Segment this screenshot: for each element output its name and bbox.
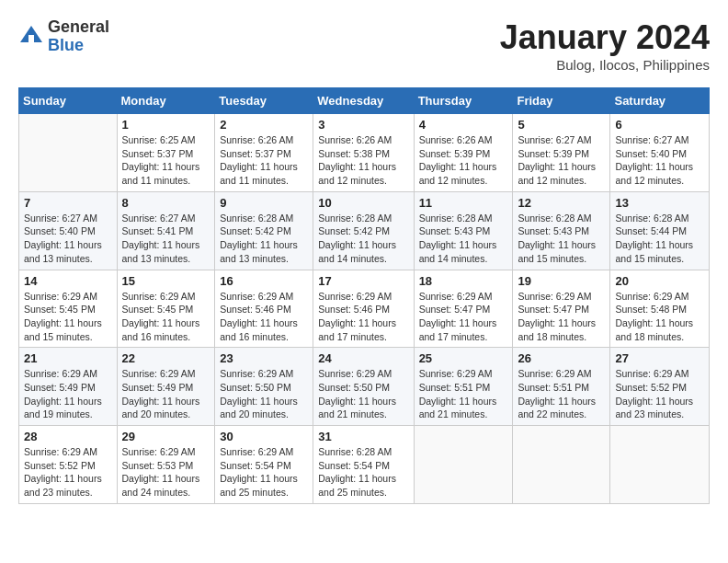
- day-number: 7: [24, 196, 112, 210]
- day-info: Sunrise: 6:29 AMSunset: 5:46 PMDaylight:…: [220, 290, 308, 344]
- day-info: Sunrise: 6:28 AMSunset: 5:43 PMDaylight:…: [419, 212, 508, 266]
- day-number: 31: [318, 430, 408, 443]
- day-info: Sunrise: 6:26 AMSunset: 5:39 PMDaylight:…: [419, 133, 508, 188]
- calendar-cell: 18Sunrise: 6:29 AMSunset: 5:47 PMDayligh…: [414, 270, 513, 348]
- week-row-2: 14Sunrise: 6:29 AMSunset: 5:45 PMDayligh…: [19, 270, 710, 348]
- day-number: 18: [419, 274, 508, 288]
- calendar-cell: [513, 426, 610, 504]
- day-info: Sunrise: 6:29 AMSunset: 5:49 PMDaylight:…: [24, 367, 112, 421]
- day-number: 27: [615, 351, 704, 365]
- location: Bulog, Ilocos, Philippines: [500, 57, 710, 73]
- day-info: Sunrise: 6:26 AMSunset: 5:38 PMDaylight:…: [318, 133, 408, 188]
- logo: General Blue: [18, 18, 109, 55]
- calendar-cell: [610, 426, 710, 504]
- calendar-cell: 27Sunrise: 6:29 AMSunset: 5:52 PMDayligh…: [610, 348, 710, 426]
- calendar-cell: 30Sunrise: 6:29 AMSunset: 5:54 PMDayligh…: [215, 426, 313, 504]
- day-number: 4: [419, 118, 508, 132]
- calendar-cell: 29Sunrise: 6:29 AMSunset: 5:53 PMDayligh…: [117, 426, 215, 504]
- day-number: 9: [220, 196, 308, 210]
- calendar-cell: 23Sunrise: 6:29 AMSunset: 5:50 PMDayligh…: [215, 348, 313, 426]
- day-info: Sunrise: 6:29 AMSunset: 5:49 PMDaylight:…: [122, 367, 210, 421]
- calendar-cell: 13Sunrise: 6:28 AMSunset: 5:44 PMDayligh…: [610, 191, 710, 270]
- day-info: Sunrise: 6:26 AMSunset: 5:37 PMDaylight:…: [220, 133, 308, 188]
- header-row: SundayMondayTuesdayWednesdayThursdayFrid…: [19, 88, 710, 114]
- header-cell-saturday: Saturday: [610, 88, 710, 114]
- day-info: Sunrise: 6:27 AMSunset: 5:40 PMDaylight:…: [615, 133, 704, 188]
- day-info: Sunrise: 6:29 AMSunset: 5:52 PMDaylight:…: [615, 367, 704, 421]
- day-number: 28: [24, 430, 112, 443]
- day-info: Sunrise: 6:28 AMSunset: 5:42 PMDaylight:…: [220, 212, 308, 266]
- day-info: Sunrise: 6:29 AMSunset: 5:53 PMDaylight:…: [122, 445, 210, 500]
- title-block: January 2024 Bulog, Ilocos, Philippines: [500, 18, 710, 73]
- day-info: Sunrise: 6:29 AMSunset: 5:48 PMDaylight:…: [615, 290, 704, 344]
- day-number: 13: [615, 196, 704, 210]
- day-info: Sunrise: 6:29 AMSunset: 5:50 PMDaylight:…: [318, 367, 408, 421]
- calendar-cell: 19Sunrise: 6:29 AMSunset: 5:47 PMDayligh…: [513, 270, 610, 348]
- page-header: General Blue January 2024 Bulog, Ilocos,…: [18, 18, 710, 73]
- calendar-cell: 25Sunrise: 6:29 AMSunset: 5:51 PMDayligh…: [414, 348, 513, 426]
- day-info: Sunrise: 6:28 AMSunset: 5:42 PMDaylight:…: [318, 212, 408, 266]
- day-number: 8: [122, 196, 210, 210]
- calendar-cell: 26Sunrise: 6:29 AMSunset: 5:51 PMDayligh…: [513, 348, 610, 426]
- calendar-cell: 22Sunrise: 6:29 AMSunset: 5:49 PMDayligh…: [117, 348, 215, 426]
- calendar-cell: 12Sunrise: 6:28 AMSunset: 5:43 PMDayligh…: [513, 191, 610, 270]
- day-number: 29: [122, 430, 210, 443]
- day-number: 10: [318, 196, 408, 210]
- day-info: Sunrise: 6:29 AMSunset: 5:52 PMDaylight:…: [24, 445, 112, 500]
- calendar-cell: 31Sunrise: 6:28 AMSunset: 5:54 PMDayligh…: [313, 426, 414, 504]
- day-number: 30: [220, 430, 308, 443]
- logo-text: General Blue: [48, 18, 109, 55]
- header-cell-thursday: Thursday: [414, 88, 513, 114]
- day-info: Sunrise: 6:29 AMSunset: 5:46 PMDaylight:…: [318, 290, 408, 344]
- calendar-table: SundayMondayTuesdayWednesdayThursdayFrid…: [18, 87, 710, 504]
- calendar-cell: 7Sunrise: 6:27 AMSunset: 5:40 PMDaylight…: [19, 191, 118, 270]
- day-number: 6: [615, 118, 704, 132]
- calendar-cell: 8Sunrise: 6:27 AMSunset: 5:41 PMDaylight…: [117, 191, 215, 270]
- calendar-cell: 15Sunrise: 6:29 AMSunset: 5:45 PMDayligh…: [117, 270, 215, 348]
- calendar-cell: 5Sunrise: 6:27 AMSunset: 5:39 PMDaylight…: [513, 114, 610, 192]
- day-info: Sunrise: 6:29 AMSunset: 5:51 PMDaylight:…: [518, 367, 605, 421]
- calendar-cell: [414, 426, 513, 504]
- day-info: Sunrise: 6:27 AMSunset: 5:41 PMDaylight:…: [122, 212, 210, 266]
- day-info: Sunrise: 6:27 AMSunset: 5:39 PMDaylight:…: [518, 133, 605, 188]
- logo-icon: [18, 24, 44, 50]
- calendar-cell: 1Sunrise: 6:25 AMSunset: 5:37 PMDaylight…: [117, 114, 215, 192]
- calendar-cell: [19, 114, 118, 192]
- calendar-cell: 4Sunrise: 6:26 AMSunset: 5:39 PMDaylight…: [414, 114, 513, 192]
- day-info: Sunrise: 6:29 AMSunset: 5:45 PMDaylight:…: [122, 290, 210, 344]
- day-number: 11: [419, 196, 508, 210]
- day-info: Sunrise: 6:29 AMSunset: 5:45 PMDaylight:…: [24, 290, 112, 344]
- calendar-cell: 6Sunrise: 6:27 AMSunset: 5:40 PMDaylight…: [610, 114, 710, 192]
- day-number: 19: [518, 274, 605, 288]
- calendar-cell: 21Sunrise: 6:29 AMSunset: 5:49 PMDayligh…: [19, 348, 118, 426]
- day-info: Sunrise: 6:28 AMSunset: 5:54 PMDaylight:…: [318, 445, 408, 500]
- calendar-header: SundayMondayTuesdayWednesdayThursdayFrid…: [19, 88, 710, 114]
- day-number: 12: [518, 196, 605, 210]
- day-number: 23: [220, 351, 308, 365]
- header-cell-monday: Monday: [117, 88, 215, 114]
- svg-rect-1: [28, 35, 34, 42]
- day-info: Sunrise: 6:27 AMSunset: 5:40 PMDaylight:…: [24, 212, 112, 266]
- day-number: 14: [24, 274, 112, 288]
- calendar-cell: 11Sunrise: 6:28 AMSunset: 5:43 PMDayligh…: [414, 191, 513, 270]
- calendar-body: 1Sunrise: 6:25 AMSunset: 5:37 PMDaylight…: [19, 114, 710, 504]
- day-number: 16: [220, 274, 308, 288]
- logo-blue: Blue: [48, 37, 109, 55]
- day-number: 24: [318, 351, 408, 365]
- calendar-cell: 3Sunrise: 6:26 AMSunset: 5:38 PMDaylight…: [313, 114, 414, 192]
- day-info: Sunrise: 6:29 AMSunset: 5:50 PMDaylight:…: [220, 367, 308, 421]
- week-row-1: 7Sunrise: 6:27 AMSunset: 5:40 PMDaylight…: [19, 191, 710, 270]
- day-info: Sunrise: 6:29 AMSunset: 5:51 PMDaylight:…: [419, 367, 508, 421]
- day-number: 20: [615, 274, 704, 288]
- logo-general: General: [48, 18, 109, 37]
- day-number: 1: [122, 118, 210, 132]
- day-number: 25: [419, 351, 508, 365]
- day-info: Sunrise: 6:29 AMSunset: 5:47 PMDaylight:…: [419, 290, 508, 344]
- day-number: 21: [24, 351, 112, 365]
- calendar-cell: 10Sunrise: 6:28 AMSunset: 5:42 PMDayligh…: [313, 191, 414, 270]
- day-number: 3: [318, 118, 408, 132]
- day-number: 2: [220, 118, 308, 132]
- week-row-3: 21Sunrise: 6:29 AMSunset: 5:49 PMDayligh…: [19, 348, 710, 426]
- day-number: 17: [318, 274, 408, 288]
- day-number: 15: [122, 274, 210, 288]
